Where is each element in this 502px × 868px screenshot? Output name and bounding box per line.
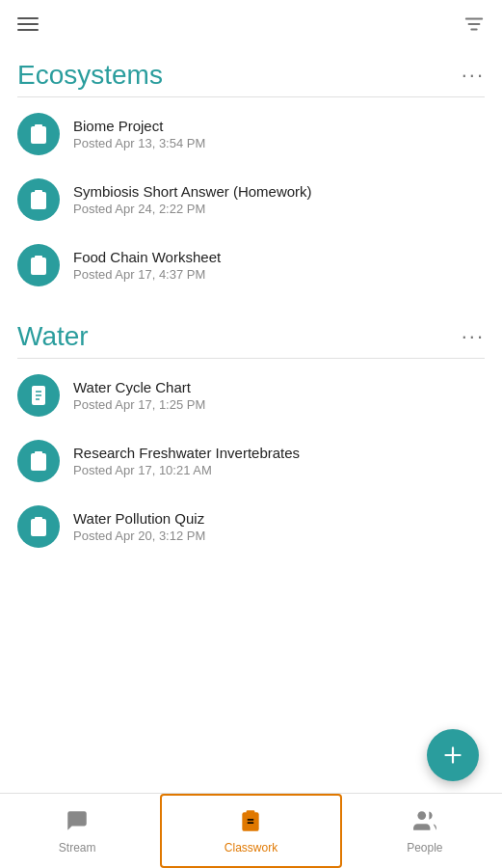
section-divider-ecosystems <box>17 96 485 97</box>
section-header-ecosystems: Ecosystems··· <box>0 44 502 96</box>
assignment-item[interactable]: Water Pollution QuizPosted Apr 20, 3:12 … <box>0 494 502 559</box>
nav-item-stream[interactable]: Stream <box>0 794 154 868</box>
bottom-nav: Stream ClassworkPeople <box>0 793 502 868</box>
clipboard-icon <box>17 505 60 548</box>
assignment-date: Posted Apr 13, 3:54 PM <box>73 136 205 150</box>
hamburger-menu-icon[interactable] <box>17 17 39 31</box>
more-options-water[interactable]: ··· <box>462 326 485 347</box>
assignment-info: Biome ProjectPosted Apr 13, 3:54 PM <box>73 118 205 150</box>
assignment-item[interactable]: Research Freshwater InvertebratesPosted … <box>0 428 502 494</box>
classwork-icon <box>238 808 263 837</box>
section-water: Water··· Water Cycle ChartPosted Apr 17,… <box>0 306 502 559</box>
assignment-title: Biome Project <box>73 118 205 134</box>
people-icon <box>412 808 437 837</box>
section-title-water: Water <box>17 321 89 352</box>
nav-label-people: People <box>407 841 442 854</box>
nav-label-stream: Stream <box>59 841 96 854</box>
clipboard-icon <box>17 440 60 482</box>
assignment-title: Water Cycle Chart <box>73 379 205 395</box>
assignment-date: Posted Apr 17, 4:37 PM <box>73 267 221 282</box>
assignment-date: Posted Apr 17, 1:25 PM <box>73 397 205 412</box>
svg-point-30 <box>417 811 426 820</box>
section-divider-water <box>17 358 485 359</box>
assignment-item[interactable]: Biome ProjectPosted Apr 13, 3:54 PM <box>0 101 502 167</box>
clipboard-icon <box>17 113 60 155</box>
section-ecosystems: Ecosystems··· Biome ProjectPosted Apr 13… <box>0 44 502 298</box>
assignment-info: Water Pollution QuizPosted Apr 20, 3:12 … <box>73 510 205 543</box>
add-button[interactable] <box>427 729 479 781</box>
assignment-item[interactable]: Water Cycle ChartPosted Apr 17, 1:25 PM <box>0 363 502 428</box>
assignment-title: Symbiosis Short Answer (Homework) <box>73 183 312 200</box>
assignment-title: Research Freshwater Invertebrates <box>73 445 300 461</box>
assignment-item[interactable]: Food Chain WorksheetPosted Apr 17, 4:37 … <box>0 232 502 298</box>
nav-item-classwork[interactable]: Classwork <box>160 794 341 868</box>
section-title-ecosystems: Ecosystems <box>17 60 163 91</box>
nav-label-classwork: Classwork <box>225 841 277 854</box>
filter-icon[interactable] <box>463 14 485 35</box>
assignment-date: Posted Apr 24, 2:22 PM <box>73 202 312 216</box>
assignment-date: Posted Apr 17, 10:21 AM <box>73 463 300 477</box>
header <box>0 0 502 44</box>
more-options-ecosystems[interactable]: ··· <box>462 65 485 86</box>
assignment-title: Water Pollution Quiz <box>73 510 205 527</box>
main-content: Ecosystems··· Biome ProjectPosted Apr 13… <box>0 44 502 835</box>
assignment-date: Posted Apr 20, 3:12 PM <box>73 529 205 543</box>
assignment-item[interactable]: Symbiosis Short Answer (Homework)Posted … <box>0 167 502 232</box>
assignment-info: Research Freshwater InvertebratesPosted … <box>73 445 300 477</box>
assignment-info: Water Cycle ChartPosted Apr 17, 1:25 PM <box>73 379 205 412</box>
assignment-title: Food Chain Worksheet <box>73 249 221 265</box>
document-icon <box>17 374 60 417</box>
assignment-info: Symbiosis Short Answer (Homework)Posted … <box>73 183 312 216</box>
clipboard-icon <box>17 244 60 286</box>
assignment-info: Food Chain WorksheetPosted Apr 17, 4:37 … <box>73 249 221 282</box>
section-header-water: Water··· <box>0 306 502 358</box>
stream-icon <box>65 808 90 837</box>
clipboard-icon <box>17 178 60 221</box>
nav-item-people[interactable]: People <box>348 794 502 868</box>
